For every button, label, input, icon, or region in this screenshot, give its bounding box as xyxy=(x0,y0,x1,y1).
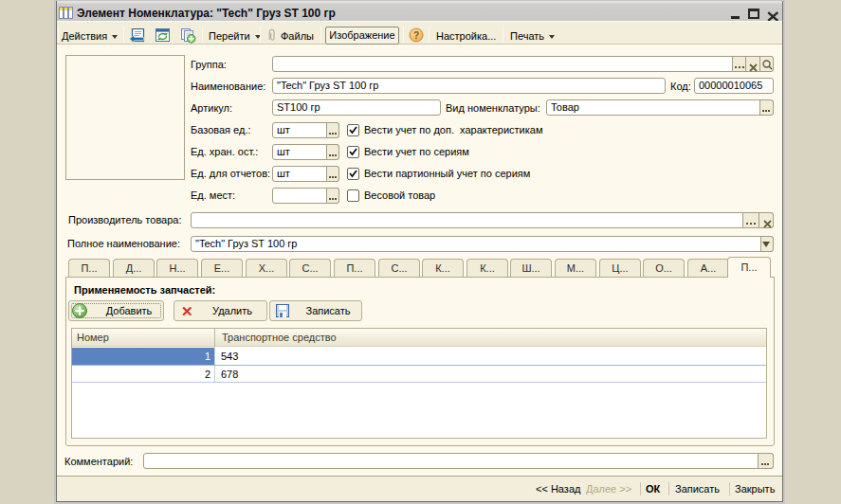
svg-text:?: ? xyxy=(413,30,419,41)
